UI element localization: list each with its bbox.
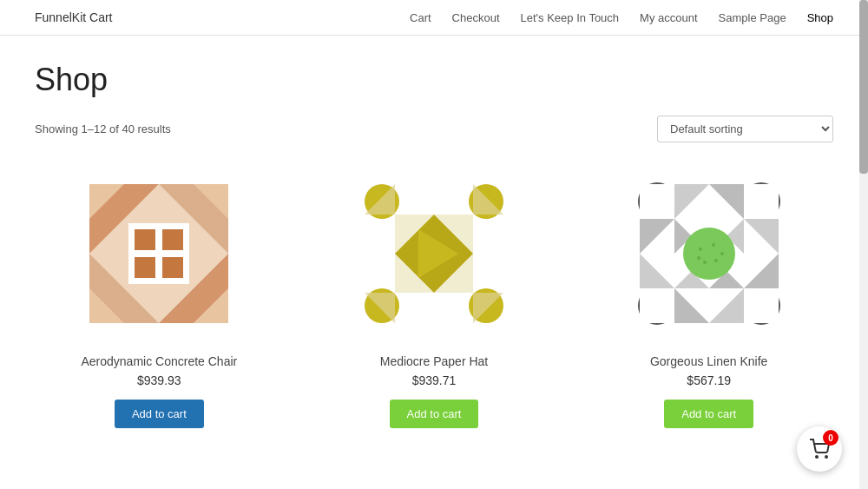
nav-sample-page[interactable]: Sample Page — [719, 11, 786, 24]
product-card-3: Gorgeous Linen Knife $567.19 Add to cart — [584, 167, 833, 428]
shop-meta-bar: Showing 1–12 of 40 results Default sorti… — [35, 116, 833, 142]
add-to-cart-btn-2[interactable]: Add to cart — [390, 400, 479, 428]
svg-marker-51 — [744, 184, 779, 219]
add-to-cart-btn-3[interactable]: Add to cart — [664, 400, 753, 428]
product-price-1: $939.93 — [137, 373, 181, 387]
svg-point-48 — [714, 259, 718, 262]
svg-marker-52 — [640, 288, 674, 323]
product-card-1: Aerodynamic Concrete Chair $939.93 Add t… — [35, 167, 284, 428]
product-image-1 — [72, 167, 246, 340]
product-name-1: Aerodynamic Concrete Chair — [81, 354, 237, 368]
scrollbar-thumb[interactable] — [859, 0, 868, 174]
cart-badge: 0 — [823, 430, 838, 446]
svg-rect-7 — [135, 229, 155, 250]
page-title: Shop — [35, 62, 833, 98]
svg-point-62 — [816, 456, 818, 458]
product-name-2: Mediocre Paper Hat — [380, 354, 489, 368]
svg-rect-8 — [162, 229, 183, 250]
site-header: FunnelKit Cart Cart Checkout Let's Keep … — [0, 0, 868, 36]
product-price-2: $939.71 — [412, 373, 457, 387]
svg-point-63 — [825, 456, 827, 458]
nav-cart[interactable]: Cart — [410, 11, 431, 24]
nav-keep-in-touch[interactable]: Let's Keep In Touch — [521, 11, 620, 24]
product-price-3: $567.19 — [687, 373, 731, 387]
svg-point-45 — [712, 243, 715, 247]
add-to-cart-btn-1[interactable]: Add to cart — [115, 400, 204, 428]
svg-point-43 — [683, 228, 735, 280]
main-content: Shop Showing 1–12 of 40 results Default … — [0, 36, 868, 454]
nav-checkout[interactable]: Checkout — [452, 11, 500, 24]
svg-rect-10 — [162, 257, 183, 278]
product-image-3 — [622, 167, 796, 340]
svg-marker-53 — [744, 288, 779, 323]
svg-point-44 — [699, 248, 702, 251]
svg-point-47 — [703, 261, 707, 264]
site-logo[interactable]: FunnelKit Cart — [35, 10, 112, 24]
svg-rect-9 — [135, 257, 155, 278]
svg-marker-50 — [640, 184, 674, 219]
scrollbar-track[interactable] — [859, 0, 868, 489]
main-nav: Cart Checkout Let's Keep In Touch My acc… — [410, 11, 833, 24]
cart-float-button[interactable]: 0 — [797, 426, 842, 472]
product-name-3: Gorgeous Linen Knife — [650, 354, 767, 368]
svg-point-49 — [697, 256, 700, 260]
product-grid: Aerodynamic Concrete Chair $939.93 Add t… — [35, 167, 833, 428]
sort-dropdown[interactable]: Default sorting Sort by popularity Sort … — [657, 116, 833, 142]
svg-point-46 — [720, 252, 724, 255]
results-count: Showing 1–12 of 40 results — [35, 122, 171, 135]
product-card-2: Mediocre Paper Hat $939.71 Add to cart — [310, 167, 559, 428]
nav-shop[interactable]: Shop — [807, 11, 833, 24]
product-image-2 — [347, 167, 521, 340]
nav-my-account[interactable]: My account — [640, 11, 697, 24]
